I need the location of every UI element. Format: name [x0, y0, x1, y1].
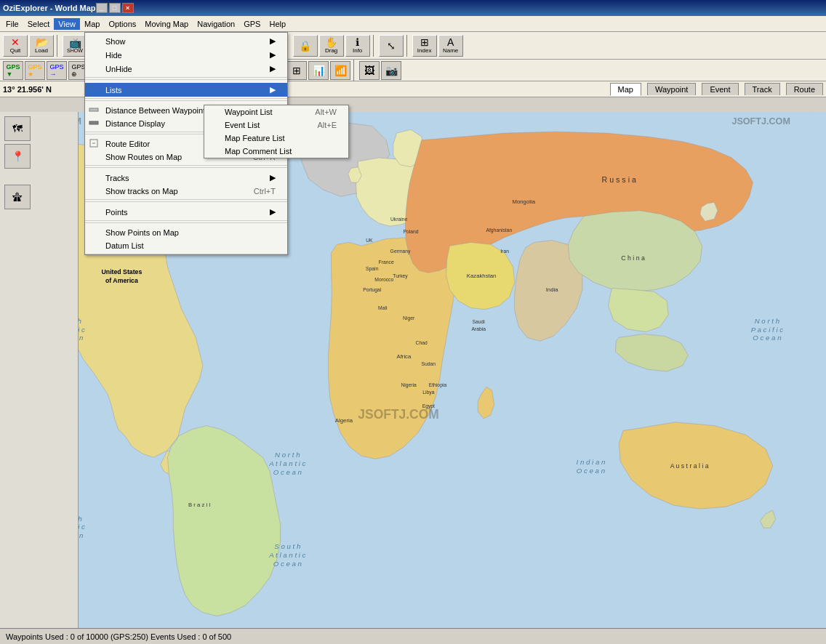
- event-list-shortcut: Alt+E: [300, 121, 337, 129]
- menu-show[interactable]: Show ▶: [85, 34, 287, 48]
- dropdown-overlay: Show ▶ Hide ▶ UnHide ▶ Lists ▶: [0, 32, 826, 644]
- show-arrow-icon: ▶: [270, 36, 276, 46]
- menu-show-points-label: Show Points on Map: [105, 228, 179, 237]
- menu-lists[interactable]: Lists ▶: [85, 83, 287, 97]
- menu-options[interactable]: Options: [104, 18, 140, 30]
- map-comment-list-label: Map Comment List: [225, 147, 292, 156]
- route-editor-icon: [88, 137, 100, 150]
- menu-section-lists: Lists ▶: [85, 81, 287, 99]
- separator-4: [85, 167, 287, 168]
- menu-section-tracks: Tracks ▶ Show tracks on Map Ctrl+T: [85, 169, 287, 200]
- menu-view[interactable]: View: [54, 18, 80, 30]
- menu-route-editor-label: Route Editor: [105, 140, 150, 148]
- menu-gps[interactable]: GPS: [239, 18, 265, 30]
- menu-show-tracks[interactable]: Show tracks on Map Ctrl+T: [85, 185, 287, 198]
- menu-bar: File Select View Map Options Moving Map …: [0, 16, 826, 32]
- title-bar-buttons: _ □ ×: [96, 3, 134, 13]
- event-list-label: Event List: [225, 121, 260, 129]
- menu-lists-label: Lists: [105, 86, 122, 94]
- maximize-button[interactable]: □: [109, 3, 121, 13]
- menu-unhide[interactable]: UnHide ▶: [85, 62, 287, 76]
- tracks-arrow-icon: ▶: [270, 173, 276, 182]
- svg-rect-73: [89, 121, 98, 124]
- menu-hide-label: Hide: [105, 51, 122, 60]
- menu-tracks-label: Tracks: [105, 174, 129, 182]
- submenu-event-list[interactable]: Event List Alt+E: [204, 118, 348, 132]
- map-feature-list-label: Map Feature List: [225, 134, 285, 142]
- menu-help[interactable]: Help: [265, 18, 290, 30]
- points-arrow-icon: ▶: [270, 207, 276, 217]
- menu-tracks[interactable]: Tracks ▶: [85, 171, 287, 185]
- menu-points-label: Points: [105, 208, 128, 217]
- hide-arrow-icon: ▶: [270, 50, 276, 60]
- waypoint-list-shortcut: Alt+W: [297, 108, 337, 116]
- menu-select[interactable]: Select: [23, 18, 55, 30]
- submenu-map-feature-list[interactable]: Map Feature List: [204, 132, 348, 145]
- menu-map[interactable]: Map: [80, 18, 104, 30]
- distance-icon: [88, 104, 100, 117]
- menu-section-points: Points ▶: [85, 204, 287, 221]
- menu-points[interactable]: Points ▶: [85, 205, 287, 219]
- menu-file[interactable]: File: [1, 18, 23, 30]
- menu-distance-display-label: Distance Display: [105, 119, 165, 128]
- menu-navigation[interactable]: Navigation: [193, 18, 239, 30]
- menu-show-routes-label: Show Routes on Map: [105, 153, 182, 161]
- distance-display-icon: [88, 117, 100, 130]
- menu-datum-list-label: Datum List: [105, 241, 144, 250]
- waypoint-list-label: Waypoint List: [225, 108, 273, 116]
- menu-show-tracks-label: Show tracks on Map: [105, 187, 178, 196]
- title-bar-text: OziExplorer - World Map: [3, 4, 96, 12]
- separator-2: [85, 100, 287, 101]
- menu-moving-map[interactable]: Moving Map: [140, 18, 193, 30]
- menu-datum-list[interactable]: Datum List: [85, 239, 287, 252]
- submenu-waypoint-list[interactable]: Waypoint List Alt+W: [204, 105, 348, 118]
- svg-rect-72: [89, 108, 98, 111]
- menu-distance-between-label: Distance Between Waypoints: [105, 106, 209, 115]
- lists-submenu: Waypoint List Alt+W Event List Alt+E Map…: [204, 105, 349, 158]
- separator-6: [85, 222, 287, 223]
- menu-show-label: Show: [105, 37, 126, 46]
- close-button[interactable]: ×: [122, 3, 134, 13]
- separator-1: [85, 79, 287, 80]
- lists-arrow-icon: ▶: [270, 85, 276, 94]
- menu-unhide-label: UnHide: [105, 65, 132, 73]
- submenu-map-comment-list[interactable]: Map Comment List: [204, 145, 348, 158]
- show-tracks-shortcut: Ctrl+T: [236, 187, 276, 196]
- menu-section-other: Show Points on Map Datum List: [85, 225, 287, 254]
- menu-hide[interactable]: Hide ▶: [85, 48, 287, 62]
- menu-section-show-hide: Show ▶ Hide ▶ UnHide ▶: [85, 33, 287, 78]
- unhide-arrow-icon: ▶: [270, 64, 276, 73]
- minimize-button[interactable]: _: [96, 3, 108, 13]
- separator-5: [85, 201, 287, 202]
- menu-show-points[interactable]: Show Points on Map: [85, 226, 287, 239]
- title-bar: OziExplorer - World Map _ □ ×: [0, 0, 826, 16]
